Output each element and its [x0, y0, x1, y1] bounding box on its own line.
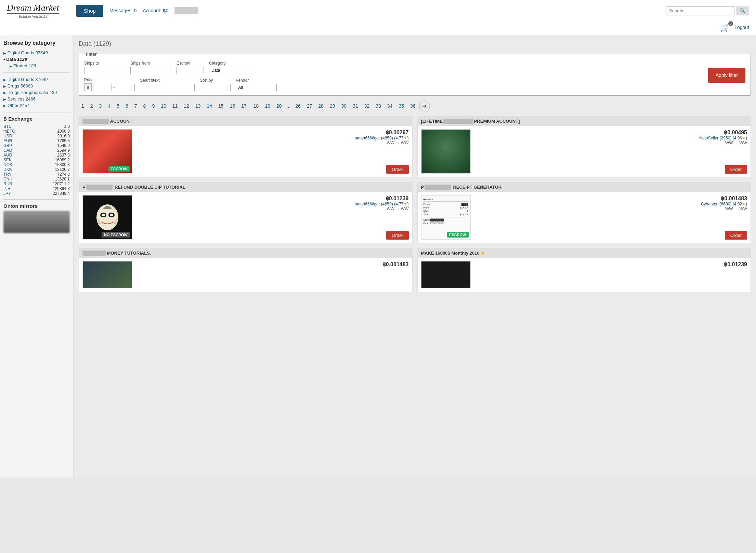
category-input[interactable] — [209, 67, 250, 74]
page-5[interactable]: 5 — [114, 102, 122, 110]
search-button[interactable]: 🔍 — [736, 6, 749, 15]
page-20[interactable]: 20 — [274, 102, 285, 110]
sidebar-item-digital-goods-top[interactable]: ▶ Digital Goods 37649 — [3, 50, 70, 56]
page-3[interactable]: 3 — [96, 102, 105, 110]
page-12[interactable]: 12 — [181, 102, 192, 110]
product-shipping-1: WW → WW — [135, 140, 409, 145]
shop-button[interactable]: Shop — [76, 5, 103, 17]
price-min-input[interactable] — [93, 84, 112, 91]
product-price-3: ฿0.01239 — [135, 195, 409, 202]
sort-by-input[interactable] — [200, 84, 231, 91]
content-area: Data (1129) Filter Ships to Ships from — [74, 35, 756, 477]
order-button-1[interactable]: Order — [386, 165, 408, 174]
page-9[interactable]: 9 — [149, 102, 157, 110]
page-32[interactable]: 32 — [362, 102, 373, 110]
page-34[interactable]: 34 — [384, 102, 395, 110]
onion-image — [3, 211, 70, 233]
page-15[interactable]: 15 — [216, 102, 226, 110]
svg-point-3 — [102, 214, 105, 216]
triangle-icon-2: ▶ — [3, 78, 6, 82]
price-group: Price ฿ - — [84, 78, 135, 91]
triangle-icon-5: ▶ — [3, 97, 6, 101]
logo-title: Dream Market — [7, 3, 59, 13]
page-31[interactable]: 31 — [350, 102, 361, 110]
order-button-4[interactable]: Order — [725, 231, 747, 240]
escrow-group: Escrow — [177, 61, 204, 74]
escrow-label: Escrow — [177, 61, 204, 66]
page-30[interactable]: 30 — [339, 102, 350, 110]
product-price-6: ฿0.01239 — [474, 261, 747, 268]
product-title-3: P░░░ REFUND DOUBLE DIP TUTORIAL — [79, 183, 412, 192]
product-seller-3[interactable]: smart666tiger (4850) (4.77★) — [135, 202, 409, 206]
page-14[interactable]: 14 — [204, 102, 215, 110]
page-6[interactable]: 6 — [123, 102, 131, 110]
page-8[interactable]: 8 — [141, 102, 149, 110]
page-26[interactable]: 26 — [292, 102, 303, 110]
vendor-input[interactable] — [236, 84, 277, 91]
page-2[interactable]: 2 — [88, 102, 96, 110]
sidebar-item-pirated[interactable]: ▶ Pirated 186 — [3, 63, 70, 69]
vendor-group: Vendor — [236, 78, 277, 91]
escrow-input[interactable] — [177, 67, 204, 74]
cart-badge: 0 — [728, 21, 733, 26]
triangle-icon-3: ▶ — [3, 84, 6, 88]
ships-from-label: Ships from — [130, 61, 171, 66]
page-4[interactable]: 4 — [105, 102, 113, 110]
page-27[interactable]: 27 — [304, 102, 315, 110]
page-10[interactable]: 10 — [158, 102, 169, 110]
ships-from-group: Ships from — [130, 61, 171, 74]
next-page-button[interactable]: ➜ — [419, 100, 430, 111]
sidebar-item-digital-goods[interactable]: ▶ Digital Goods 37649 — [3, 76, 70, 83]
product-shipping-3: WW → WW — [135, 206, 409, 211]
page-33[interactable]: 33 — [373, 102, 384, 110]
sidebar-item-services[interactable]: ▶ Services 2466 — [3, 96, 70, 102]
product-seller-2[interactable]: NotoSeller (2950) (4.96★) — [474, 136, 747, 140]
product-price-1: ฿0.00297 — [135, 129, 409, 136]
product-shipping-4: WW → WW — [474, 206, 747, 211]
ships-to-input[interactable] — [84, 67, 125, 74]
page-16[interactable]: 16 — [227, 102, 238, 110]
logout-link[interactable]: Logout — [734, 25, 749, 30]
page-19[interactable]: 19 — [262, 102, 273, 110]
triangle-icon: ▶ — [3, 51, 6, 55]
page-35[interactable]: 35 — [396, 102, 407, 110]
apply-filter-button[interactable]: Apply filter — [708, 68, 745, 83]
order-button-3[interactable]: Order — [386, 231, 408, 240]
page-11[interactable]: 11 — [170, 102, 181, 110]
page-29[interactable]: 29 — [327, 102, 338, 110]
no-escrow-badge-3: NO ESCROW — [102, 232, 130, 238]
cart-icon[interactable]: 🛒 0 — [720, 23, 730, 32]
page-36[interactable]: 36 — [407, 102, 418, 110]
order-button-2[interactable]: Order — [725, 165, 747, 174]
product-card-5: ░░░MONEY TUTORIALS. ฿0.001483 — [79, 248, 413, 292]
page-28[interactable]: 28 — [315, 102, 326, 110]
onion-section: Onion mirrors — [3, 203, 70, 233]
searchtext-input[interactable] — [140, 84, 195, 91]
ships-from-input[interactable] — [130, 67, 171, 74]
logo-sub: Established 2013 — [7, 13, 59, 18]
page-7[interactable]: 7 — [132, 102, 140, 110]
product-seller-4[interactable]: Cyberzen (8600) (4.92★) — [474, 202, 747, 206]
price-max-input[interactable] — [116, 84, 135, 91]
product-title-6: MAKE 16000$ Monthly 2016 ★ — [418, 248, 751, 258]
ships-to-group: Ships to — [84, 61, 125, 74]
page-17[interactable]: 17 — [238, 102, 249, 110]
product-card-1: ░░░░ACCOUNT ESCROW ฿0.00297 smart666tige… — [79, 116, 413, 177]
escrow-badge-4: ESCROW — [447, 232, 469, 238]
product-seller-1[interactable]: smart666tiger (4850) (4.77★) — [135, 136, 409, 140]
sidebar-item-other[interactable]: ▶ Other 2454 — [3, 102, 70, 109]
price-separator: - — [113, 85, 115, 90]
messages-link[interactable]: Messages: 0 — [109, 8, 136, 13]
sidebar-item-drugs-para[interactable]: ▶ Drugs Paraphernalia 439 — [3, 89, 70, 96]
product-price-4: ฿0.001483 — [474, 195, 747, 202]
triangle-icon-4: ▶ — [3, 91, 6, 95]
search-input[interactable] — [666, 6, 734, 15]
category-label: Category — [209, 61, 250, 66]
account-link[interactable]: Account: ฿0 — [143, 8, 168, 13]
filter-legend: Filter — [84, 52, 99, 57]
page-13[interactable]: 13 — [193, 102, 204, 110]
sidebar-item-drugs[interactable]: ▶ Drugs 56063 — [3, 83, 70, 89]
sidebar-item-data[interactable]: • Data 1129 — [3, 56, 70, 63]
page-18[interactable]: 18 — [251, 102, 262, 110]
page-1[interactable]: 1 — [79, 102, 87, 110]
